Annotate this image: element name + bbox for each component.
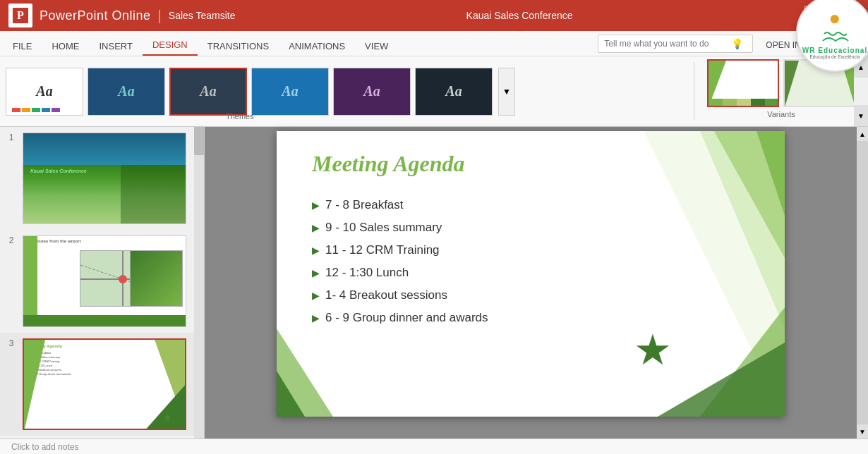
doc-title: Kauai Sales Conference [235, 10, 803, 21]
ribbon-content: Aa Aa Aa Aa Aa Aa ▼ [0, 56, 868, 127]
slide-bullets: ▶ 7 - 8 Breakfast ▶ 9 - 10 Sales summary… [312, 198, 488, 333]
theme-dark-gray[interactable]: Aa [415, 68, 493, 116]
slide-num-1: 1 [9, 133, 14, 142]
slide-num-2: 2 [9, 235, 14, 245]
tab-design[interactable]: DESIGN [143, 35, 198, 56]
title-divider: | [158, 8, 162, 24]
svg-marker-22 [658, 343, 785, 417]
bullet-text-2: 9 - 10 Sales summary [325, 221, 442, 235]
bullet-arrow-2: ▶ [312, 222, 320, 233]
bullet-text-6: 6 - 9 Group dinner and awards [325, 311, 488, 325]
slide-star-decoration: ★ [634, 325, 672, 374]
main-scroll-up[interactable]: ▲ [857, 127, 868, 141]
slide-title: Meeting Agenda [312, 151, 465, 177]
tab-home[interactable]: HOME [42, 37, 89, 56]
svg-rect-4 [751, 99, 765, 107]
slide-thumb-2: 10 minutes from the airport [23, 235, 186, 327]
slide-3-star: ★ [163, 412, 172, 423]
main-scroll-down[interactable]: ▼ [857, 424, 868, 438]
tell-me-input[interactable] [604, 39, 731, 49]
tab-view[interactable]: VIEW [355, 37, 398, 56]
bullet-arrow-1: ▶ [312, 200, 320, 211]
slide-item-3[interactable]: 3 ☆ Meeting Agenda ▶ 7 - 8 Breakfast ▶ 9… [0, 333, 204, 436]
themes-scroll-down[interactable]: ▼ [498, 68, 515, 116]
ppt-logo-inner: P [13, 8, 28, 23]
bullet-6: ▶ 6 - 9 Group dinner and awards [312, 311, 488, 325]
tab-file[interactable]: FILE [3, 37, 42, 56]
slide-num-3: 3 [9, 338, 14, 348]
slide-scroll-thumb[interactable] [194, 127, 204, 155]
slide-panel: 1 ☆ Kauai Sales Conference 2 ☆ [0, 127, 205, 438]
lightbulb-icon: 💡 [731, 38, 743, 49]
variants-label: Variants [767, 110, 795, 118]
bullet-arrow-5: ▶ [312, 290, 320, 301]
themes-area: Aa Aa Aa Aa Aa Aa ▼ [6, 59, 688, 123]
tell-me-box[interactable]: 💡 [598, 35, 753, 53]
tab-transitions[interactable]: TRANSITIONS [198, 37, 279, 56]
app-name: PowerPoint Online [40, 8, 151, 23]
theme-dark[interactable]: Aa [169, 68, 247, 116]
svg-rect-5 [765, 99, 779, 107]
bullet-2: ▶ 9 - 10 Sales summary [312, 221, 488, 235]
bullet-text-5: 1- 4 Breakout sessions [325, 288, 447, 302]
wr-logo-svg [817, 30, 852, 47]
wr-logo-sub: Educação de Excelência [809, 54, 860, 59]
main-scrollbar[interactable]: ▲ ▼ [857, 127, 868, 438]
wr-logo-icon: ● [829, 7, 841, 30]
bullet-text-3: 11 - 12 CRM Training [325, 243, 440, 257]
ribbon-tabs: FILE HOME INSERT DESIGN TRANSITIONS ANIM… [0, 31, 868, 56]
variant-1[interactable] [707, 59, 779, 107]
ribbon-divider [694, 62, 694, 121]
title-bar: P PowerPoint Online | Sales Teamsite Kau… [0, 0, 868, 31]
bullet-arrow-4: ▶ [312, 267, 320, 278]
theme-purple[interactable]: Aa [333, 68, 411, 116]
main-slide[interactable]: Meeting Agenda ▶ 7 - 8 Breakfast ▶ 9 - 1… [277, 131, 785, 417]
bullet-text-4: 12 - 1:30 Lunch [325, 266, 409, 280]
svg-point-13 [119, 275, 127, 283]
theme-blue[interactable]: Aa [251, 68, 329, 116]
bullet-3: ▶ 11 - 12 CRM Training [312, 243, 488, 257]
tab-insert[interactable]: INSERT [89, 37, 142, 56]
site-name: Sales Teamsite [169, 10, 236, 21]
themes-label: Themes [226, 112, 254, 121]
slide-thumb-3: Meeting Agenda ▶ 7 - 8 Breakfast ▶ 9 - 1… [23, 338, 186, 430]
ribbon-scroll-down[interactable]: ▼ [854, 105, 868, 126]
add-notes-bar[interactable]: Click to add notes [0, 438, 868, 454]
slide-scrollbar[interactable] [194, 127, 204, 438]
bullet-text-1: 7 - 8 Breakfast [325, 198, 404, 212]
slide-1-title: Kauai Sales Conference [30, 168, 87, 173]
bullet-1: ▶ 7 - 8 Breakfast [312, 198, 488, 212]
wr-logo-name: WR Educacional [802, 47, 867, 54]
theme-default[interactable]: Aa [6, 68, 83, 116]
bullet-4: ▶ 12 - 1:30 Lunch [312, 266, 488, 280]
slide-item-2[interactable]: 2 ☆ 10 minutes from the airport [0, 230, 204, 333]
svg-rect-3 [737, 99, 751, 107]
bullet-5: ▶ 1- 4 Breakout sessions [312, 288, 488, 302]
tab-animations[interactable]: ANIMATIONS [279, 37, 355, 56]
ppt-logo: P [8, 4, 32, 27]
ribbon-right-scroll: ▲ ▼ [854, 56, 868, 126]
main-area: 1 ☆ Kauai Sales Conference 2 ☆ [0, 127, 868, 438]
theme-dark-blue[interactable]: Aa [88, 68, 165, 116]
bullet-arrow-6: ▶ [312, 312, 320, 324]
bullet-arrow-3: ▶ [312, 245, 320, 256]
add-notes-text: Click to add notes [11, 442, 78, 452]
slide-item-1[interactable]: 1 ☆ Kauai Sales Conference [0, 127, 204, 230]
slide-thumb-1: Kauai Sales Conference [23, 133, 186, 224]
svg-marker-14 [24, 340, 45, 430]
svg-rect-2 [723, 99, 737, 107]
slide-canvas-area: Meeting Agenda ▶ 7 - 8 Breakfast ▶ 9 - 1… [205, 127, 857, 438]
